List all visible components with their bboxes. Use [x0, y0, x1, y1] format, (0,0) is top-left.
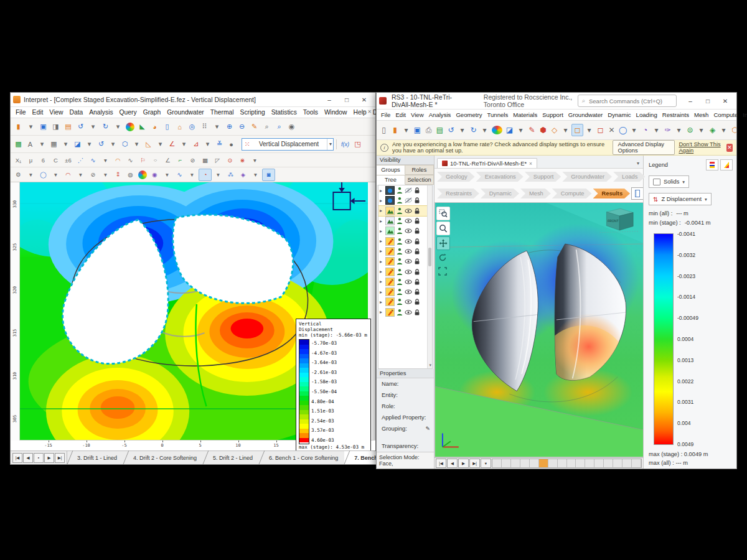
toolbar-icon[interactable]: ▾ — [36, 139, 48, 150]
toolbar-icon[interactable]: ▤ — [62, 121, 74, 133]
toolbar-icon[interactable]: ⌂ — [174, 121, 186, 133]
toolbar-icon[interactable]: ▾ — [401, 124, 411, 136]
workflow-tab[interactable]: Groundwater — [562, 172, 612, 182]
pan-tool[interactable] — [436, 236, 450, 250]
expander-icon[interactable]: ▸ — [380, 238, 384, 244]
toolbar-icon[interactable]: ⋰ — [75, 154, 87, 166]
timeline-segment[interactable] — [502, 459, 511, 467]
menu-item[interactable]: Data — [66, 108, 86, 116]
toolbar-icon[interactable]: ◪ — [504, 124, 515, 136]
toolbar-icon[interactable]: ∿ — [87, 154, 99, 166]
toolbar-icon[interactable]: ▾ — [212, 169, 224, 180]
expander-icon[interactable]: ▸ — [380, 218, 384, 224]
toolbar-icon[interactable]: ⚐ — [137, 154, 149, 166]
toolbar-icon[interactable]: ↺ — [95, 139, 107, 150]
toolbar-icon[interactable]: ▾ — [211, 121, 223, 133]
toolbar-icon[interactable]: ▩ — [12, 139, 24, 150]
visibility-eye-icon[interactable] — [405, 248, 412, 255]
visibility-tab[interactable]: Selection — [405, 175, 434, 185]
tree-row[interactable]: ▸ — [378, 206, 432, 216]
menu-item[interactable]: Loading — [634, 111, 660, 119]
lock-icon[interactable] — [413, 207, 421, 215]
toolbar-icon[interactable]: ◺ — [143, 139, 154, 150]
visibility-eye-icon[interactable] — [405, 258, 412, 265]
toolbar-icon[interactable]: ✎ — [527, 124, 537, 136]
timeline-segments[interactable] — [492, 459, 642, 468]
expander-icon[interactable]: ▸ — [380, 228, 384, 234]
toolbar-icon[interactable]: ⬡ — [730, 124, 736, 136]
toolbar-icon[interactable]: ▾ — [131, 139, 143, 150]
toolbar-icon[interactable]: ▾ — [249, 154, 261, 166]
toolbar-icon[interactable]: ⚙ — [12, 169, 24, 180]
menu-item[interactable]: Tunnels — [485, 111, 511, 119]
menu-item[interactable]: View — [408, 111, 426, 119]
toolbar-icon[interactable]: ⋇ — [237, 154, 248, 166]
toolbar-icon[interactable]: ▾ — [674, 124, 684, 136]
stage-nav-button[interactable]: ▶ — [44, 453, 54, 463]
legend-style-gradient-button[interactable] — [720, 159, 733, 170]
toolbar-icon[interactable]: ▾ — [100, 169, 111, 180]
toolbar-icon[interactable]: ◸ — [212, 154, 223, 166]
search-input[interactable] — [588, 97, 672, 105]
toolbar-icon[interactable]: ▾ — [60, 139, 72, 150]
toolbar-icon[interactable]: ◠ — [112, 154, 124, 166]
toolbar-icon[interactable]: ◣ — [136, 121, 148, 133]
toolbar-icon[interactable]: ▦ — [199, 154, 211, 166]
solids-dropdown[interactable]: Solids ▾ — [649, 175, 689, 188]
timeline-stage-dropdown[interactable]: ▾ — [481, 459, 491, 468]
lock-icon[interactable] — [413, 298, 421, 306]
expander-icon[interactable]: ▸ — [380, 198, 384, 203]
toolbar-icon[interactable]: ⁂ — [225, 169, 237, 180]
tree-row[interactable]: ▸ — [378, 216, 432, 226]
toolbar-icon[interactable]: ▮ — [12, 121, 24, 133]
expander-icon[interactable]: ▸ — [380, 188, 384, 194]
toolbar-icon[interactable]: ⌐ — [174, 154, 186, 166]
timeline-segment[interactable] — [511, 459, 520, 467]
menu-item[interactable]: Graph — [140, 108, 164, 116]
stage-tab[interactable]: 6. Bench 1 - Core Softening — [259, 451, 344, 464]
toolbar-icon[interactable]: ⠿ — [199, 121, 210, 133]
toolbar-icon[interactable]: ⌔ — [149, 154, 161, 166]
timeline-segment[interactable] — [530, 459, 539, 467]
toolbar-icon[interactable]: ⊙ — [224, 154, 236, 166]
toolbar-icon[interactable]: A — [24, 139, 36, 150]
menu-item[interactable]: Analysis — [426, 111, 454, 119]
lock-icon[interactable] — [413, 217, 421, 225]
toolbar-icon[interactable]: ▾ — [107, 139, 119, 150]
menu-item[interactable]: Edit — [393, 111, 408, 119]
rs3-titlebar[interactable]: RS3 - 10-TNL-ReTri-DivAll-Mesh-E * Regis… — [377, 93, 736, 110]
expander-icon[interactable]: ▸ — [380, 289, 384, 295]
stage-nav-button[interactable]: |◀ — [12, 453, 22, 463]
maximize-button[interactable]: □ — [699, 95, 716, 107]
workflow-tab[interactable]: Mesh — [520, 189, 551, 198]
document-tab[interactable]: 10-TNL-ReTri-DivAll-Mesh-E* × — [437, 158, 537, 168]
stage-tab[interactable]: 5. Drift 2 - Lined — [203, 451, 259, 464]
menu-item[interactable]: Query — [116, 108, 140, 116]
workflow-tab[interactable]: Excavations — [476, 172, 524, 182]
maximize-button[interactable]: □ — [338, 93, 355, 106]
toolbar-icon[interactable]: ▾ — [515, 124, 526, 136]
toolbar-icon[interactable]: ▾ — [178, 139, 190, 150]
visibility-eye-icon[interactable] — [405, 227, 412, 235]
toolbar-icon[interactable]: ▾ — [560, 124, 571, 136]
toolbar-icon[interactable]: ∠ — [166, 139, 178, 150]
menu-item[interactable]: Window — [321, 108, 350, 116]
toolbar-icon[interactable]: ▮ — [390, 124, 400, 136]
toolbar-icon[interactable]: ∿ — [174, 169, 186, 180]
expander-icon[interactable]: ▸ — [380, 259, 384, 264]
tree-row[interactable]: ▸ — [378, 185, 432, 195]
toolbar-icon[interactable]: ◔ — [199, 169, 212, 181]
timeline-segment[interactable] — [520, 459, 530, 467]
stage-nav-button[interactable]: ◀ — [23, 453, 33, 463]
timeline-segment[interactable] — [622, 459, 632, 467]
toolbar-icon[interactable]: ▯ — [161, 121, 173, 133]
lock-icon[interactable] — [413, 288, 421, 296]
minimize-button[interactable]: – — [682, 95, 699, 107]
timeline-segment[interactable] — [594, 459, 604, 467]
toolbar-icon[interactable]: ✎ — [248, 121, 260, 133]
toolbar-icon[interactable]: ◈ — [707, 124, 718, 136]
toolbar-icon[interactable]: ▾ — [718, 124, 729, 136]
toolbar-icon[interactable]: ● — [126, 123, 134, 131]
visibility-eye-icon[interactable] — [405, 278, 412, 286]
stage-tab[interactable]: 4. Drift 2 - Core Softening — [123, 451, 203, 464]
